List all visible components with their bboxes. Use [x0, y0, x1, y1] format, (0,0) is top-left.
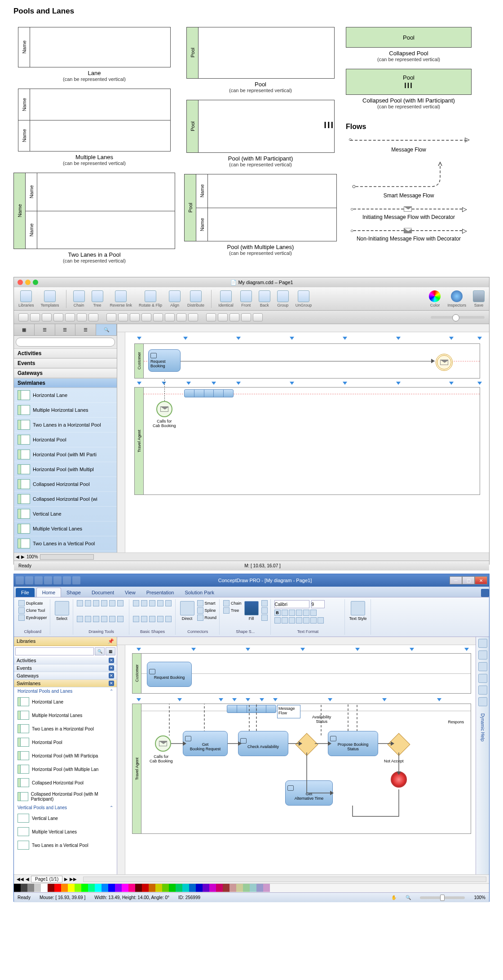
- page-first[interactable]: ◀◀: [17, 877, 24, 882]
- rightbar-icon[interactable]: [478, 639, 487, 648]
- toolbar-reverse-link[interactable]: Reverse link: [110, 290, 132, 307]
- color-swatch[interactable]: [263, 884, 270, 892]
- color-swatch[interactable]: [155, 884, 162, 892]
- shape-tool[interactable]: [133, 616, 139, 622]
- sidebar-item[interactable]: Collapsed Horizontal Pool (with M Partic…: [14, 789, 117, 804]
- category-activities[interactable]: Activities✕: [14, 657, 117, 664]
- color-swatch[interactable]: [243, 884, 250, 892]
- shape-tool[interactable]: [133, 600, 139, 606]
- color-swatch[interactable]: [61, 884, 68, 892]
- drawing-tool[interactable]: [117, 616, 124, 622]
- connector-toolbar[interactable]: [184, 389, 234, 397]
- category-swimlanes[interactable]: Swimlanes✕: [14, 680, 117, 687]
- color-swatch[interactable]: [108, 884, 115, 892]
- sidebar-item[interactable]: Multiple Vertical Lanes: [14, 825, 117, 838]
- font-size-select[interactable]: [311, 600, 325, 608]
- color-swatch[interactable]: [216, 884, 223, 892]
- btn-clone[interactable]: Clone Tool: [18, 607, 45, 614]
- tab-document[interactable]: Document: [86, 588, 119, 597]
- category-gateways[interactable]: Gateways: [14, 368, 117, 378]
- gateway-availability[interactable]: [296, 733, 318, 756]
- color-swatch[interactable]: [88, 884, 95, 892]
- btn-duplicate[interactable]: Duplicate: [18, 600, 43, 606]
- sidebar-item[interactable]: Two Lanes in a Horizontal Pool: [14, 722, 117, 735]
- sidebar-item[interactable]: Collapsed Horizontal Pool (wi: [14, 492, 117, 507]
- qat-btn[interactable]: [44, 576, 52, 584]
- color-swatch[interactable]: [250, 884, 256, 892]
- subtool-btn[interactable]: [165, 313, 175, 321]
- drawing-tool[interactable]: [109, 616, 115, 622]
- align-btn[interactable]: [289, 617, 295, 624]
- task-check-availability[interactable]: Check Availability: [238, 731, 288, 756]
- subcat-vertical[interactable]: Vertical Pools and Lanes⌃: [14, 804, 117, 811]
- sidebar-item[interactable]: Two Lanes in a Vertical Pool: [14, 536, 117, 551]
- btn-fill[interactable]: Fill: [243, 600, 260, 622]
- shape-tool[interactable]: [165, 616, 172, 622]
- text-btn[interactable]: [303, 610, 309, 616]
- drawing-tool[interactable]: [85, 600, 91, 606]
- subtool-zoom[interactable]: [229, 313, 239, 321]
- color-swatch[interactable]: [203, 884, 209, 892]
- rightbar-icon[interactable]: [478, 686, 487, 695]
- align-btn[interactable]: [274, 617, 281, 624]
- subcat-horizontal[interactable]: Horizontal Pools and Lanes⌃: [14, 687, 117, 695]
- color-swatch[interactable]: [135, 884, 142, 892]
- task-propose-booking[interactable]: Propose Booking Status: [328, 731, 378, 756]
- sidebar-item[interactable]: Multiple Horizontal Lanes: [14, 708, 117, 722]
- task-get-booking[interactable]: Get Booking Request: [183, 731, 228, 756]
- qat-btn[interactable]: [16, 576, 24, 584]
- sidebar-item[interactable]: Horizontal Pool (with Multiple Lan: [14, 762, 117, 776]
- close-icon[interactable]: ✕: [109, 665, 114, 671]
- sidebar-item[interactable]: Multiple Vertical Lanes: [14, 521, 117, 536]
- subtool-btn[interactable]: [253, 313, 263, 321]
- text-btn[interactable]: [310, 610, 317, 616]
- sidebar-tab[interactable]: ☰: [55, 324, 76, 335]
- category-swimlanes[interactable]: Swimlanes: [14, 378, 117, 388]
- toolbar-align[interactable]: Align: [169, 290, 181, 307]
- drawing-tool[interactable]: [101, 600, 107, 606]
- style-btn[interactable]: [261, 607, 268, 614]
- sidebar-search-input[interactable]: [16, 338, 115, 347]
- toolbar-tree[interactable]: Tree: [92, 290, 103, 307]
- color-swatch[interactable]: [142, 884, 149, 892]
- shape-tool[interactable]: [149, 600, 155, 606]
- sidebar-item[interactable]: Horizontal Pool: [14, 432, 117, 447]
- hscrollbar[interactable]: [40, 554, 94, 560]
- rightbar-icon[interactable]: [478, 674, 487, 683]
- color-swatch[interactable]: [229, 884, 236, 892]
- sidebar-item[interactable]: Vertical Lane: [14, 811, 117, 825]
- toolbar-ungroup[interactable]: UnGroup: [296, 290, 312, 307]
- color-swatch[interactable]: [75, 884, 81, 892]
- pin-icon[interactable]: 📌: [108, 638, 114, 644]
- gateway-response[interactable]: [388, 733, 410, 756]
- category-events[interactable]: Events✕: [14, 664, 117, 672]
- qat-btn[interactable]: [25, 576, 33, 584]
- subtool-btn[interactable]: [42, 313, 52, 321]
- sidebar-item[interactable]: Horizontal Pool (with MI Participa: [14, 749, 117, 762]
- btn-chain[interactable]: Chain: [223, 600, 242, 606]
- sidebar-tab[interactable]: ▦: [14, 324, 35, 335]
- subtool-line[interactable]: [106, 313, 116, 321]
- end-event[interactable]: [391, 771, 407, 788]
- text-btn[interactable]: [296, 610, 302, 616]
- subtool-btn[interactable]: [141, 313, 151, 321]
- subtool-btn[interactable]: [30, 313, 40, 321]
- toolbar-front[interactable]: Front: [240, 290, 252, 307]
- page-prev[interactable]: ◀: [26, 877, 29, 882]
- color-swatch[interactable]: [256, 884, 263, 892]
- style-btn[interactable]: [261, 600, 268, 606]
- color-swatch[interactable]: [209, 884, 216, 892]
- tab-file[interactable]: File: [16, 588, 35, 597]
- underline-btn[interactable]: [289, 610, 295, 616]
- shape-tool[interactable]: [149, 616, 155, 622]
- subtool-btn[interactable]: [153, 313, 163, 321]
- qat-btn[interactable]: [72, 576, 80, 584]
- subtool-btn[interactable]: [241, 313, 251, 321]
- tab-shape[interactable]: Shape: [61, 588, 86, 597]
- toolbar-inspectors[interactable]: Inspectors: [447, 290, 466, 307]
- subtool-btn[interactable]: [218, 313, 228, 321]
- hand-icon[interactable]: ✋: [391, 895, 397, 900]
- search-button[interactable]: 🔍: [95, 647, 105, 655]
- page-last[interactable]: ▶▶: [70, 877, 77, 882]
- sidebar-item[interactable]: Collapsed Horizontal Pool: [14, 776, 117, 789]
